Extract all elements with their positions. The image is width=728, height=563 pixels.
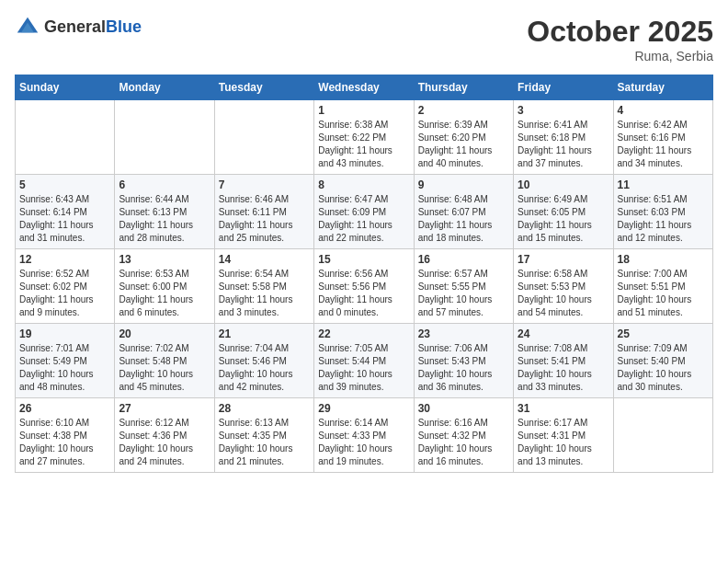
calendar-cell: 23Sunrise: 7:06 AM Sunset: 5:43 PM Dayli…	[414, 324, 513, 398]
day-number: 26	[19, 402, 110, 415]
day-info: Sunrise: 6:48 AM Sunset: 6:07 PM Dayligh…	[418, 193, 509, 245]
calendar-cell: 6Sunrise: 6:44 AM Sunset: 6:13 PM Daylig…	[115, 175, 214, 249]
day-number: 16	[418, 253, 509, 266]
calendar-cell: 29Sunrise: 6:14 AM Sunset: 4:33 PM Dayli…	[314, 398, 414, 473]
day-number: 14	[219, 253, 310, 266]
calendar-cell: 22Sunrise: 7:05 AM Sunset: 5:44 PM Dayli…	[314, 324, 414, 398]
calendar-cell: 20Sunrise: 7:02 AM Sunset: 5:48 PM Dayli…	[115, 324, 214, 398]
calendar-cell	[115, 100, 214, 175]
day-info: Sunrise: 7:08 AM Sunset: 5:41 PM Dayligh…	[518, 342, 609, 394]
day-info: Sunrise: 6:39 AM Sunset: 6:20 PM Dayligh…	[418, 119, 509, 170]
calendar-cell: 18Sunrise: 7:00 AM Sunset: 5:51 PM Dayli…	[613, 249, 712, 324]
calendar-cell: 11Sunrise: 6:51 AM Sunset: 6:03 PM Dayli…	[613, 175, 712, 249]
day-info: Sunrise: 6:58 AM Sunset: 5:53 PM Dayligh…	[518, 268, 609, 319]
calendar-week-5: 26Sunrise: 6:10 AM Sunset: 4:38 PM Dayli…	[16, 398, 713, 473]
title-area: October 2025 Ruma, Serbia	[527, 15, 713, 63]
day-info: Sunrise: 7:00 AM Sunset: 5:51 PM Dayligh…	[618, 268, 709, 319]
day-number: 1	[318, 104, 409, 117]
day-info: Sunrise: 7:01 AM Sunset: 5:49 PM Dayligh…	[19, 342, 110, 394]
day-number: 7	[219, 178, 310, 191]
calendar-cell: 7Sunrise: 6:46 AM Sunset: 6:11 PM Daylig…	[214, 175, 313, 249]
day-number: 27	[119, 402, 210, 415]
day-number: 31	[518, 402, 609, 415]
day-info: Sunrise: 6:14 AM Sunset: 4:33 PM Dayligh…	[318, 417, 409, 468]
calendar-cell: 2Sunrise: 6:39 AM Sunset: 6:20 PM Daylig…	[414, 100, 513, 175]
calendar-cell: 13Sunrise: 6:53 AM Sunset: 6:00 PM Dayli…	[115, 249, 214, 324]
day-number: 3	[518, 104, 609, 117]
day-number: 19	[19, 327, 110, 340]
day-info: Sunrise: 6:13 AM Sunset: 4:35 PM Dayligh…	[219, 417, 310, 468]
month-title: October 2025	[527, 15, 713, 49]
day-number: 11	[618, 178, 709, 191]
day-info: Sunrise: 6:52 AM Sunset: 6:02 PM Dayligh…	[19, 268, 110, 319]
calendar-cell: 4Sunrise: 6:42 AM Sunset: 6:16 PM Daylig…	[613, 100, 712, 175]
calendar-week-2: 5Sunrise: 6:43 AM Sunset: 6:14 PM Daylig…	[16, 175, 713, 249]
day-info: Sunrise: 6:56 AM Sunset: 5:56 PM Dayligh…	[318, 268, 409, 319]
calendar-cell: 27Sunrise: 6:12 AM Sunset: 4:36 PM Dayli…	[115, 398, 214, 473]
calendar-cell: 14Sunrise: 6:54 AM Sunset: 5:58 PM Dayli…	[214, 249, 313, 324]
calendar-cell: 19Sunrise: 7:01 AM Sunset: 5:49 PM Dayli…	[16, 324, 115, 398]
day-number: 2	[418, 104, 509, 117]
weekday-header-sunday: Sunday	[16, 75, 115, 100]
day-info: Sunrise: 6:16 AM Sunset: 4:32 PM Dayligh…	[418, 417, 509, 468]
day-number: 6	[119, 178, 210, 191]
calendar-cell: 17Sunrise: 6:58 AM Sunset: 5:53 PM Dayli…	[514, 249, 613, 324]
logo-icon	[15, 15, 40, 40]
calendar-table: SundayMondayTuesdayWednesdayThursdayFrid…	[15, 75, 713, 473]
calendar-cell	[214, 100, 313, 175]
day-number: 10	[518, 178, 609, 191]
day-info: Sunrise: 6:42 AM Sunset: 6:16 PM Dayligh…	[618, 119, 709, 170]
calendar-cell: 31Sunrise: 6:17 AM Sunset: 4:31 PM Dayli…	[514, 398, 613, 473]
calendar-cell: 25Sunrise: 7:09 AM Sunset: 5:40 PM Dayli…	[613, 324, 712, 398]
day-info: Sunrise: 6:17 AM Sunset: 4:31 PM Dayligh…	[518, 417, 609, 468]
calendar-cell: 28Sunrise: 6:13 AM Sunset: 4:35 PM Dayli…	[214, 398, 313, 473]
calendar-cell: 24Sunrise: 7:08 AM Sunset: 5:41 PM Dayli…	[514, 324, 613, 398]
day-number: 17	[518, 253, 609, 266]
day-number: 13	[119, 253, 210, 266]
day-info: Sunrise: 6:44 AM Sunset: 6:13 PM Dayligh…	[119, 193, 210, 245]
day-number: 8	[318, 178, 409, 191]
calendar-cell: 10Sunrise: 6:49 AM Sunset: 6:05 PM Dayli…	[514, 175, 613, 249]
day-info: Sunrise: 6:47 AM Sunset: 6:09 PM Dayligh…	[318, 193, 409, 245]
day-number: 12	[19, 253, 110, 266]
day-info: Sunrise: 6:46 AM Sunset: 6:11 PM Dayligh…	[219, 193, 310, 245]
day-number: 5	[19, 178, 110, 191]
logo-text-blue: Blue	[106, 17, 142, 36]
calendar-cell: 8Sunrise: 6:47 AM Sunset: 6:09 PM Daylig…	[314, 175, 414, 249]
calendar-cell: 16Sunrise: 6:57 AM Sunset: 5:55 PM Dayli…	[414, 249, 513, 324]
day-info: Sunrise: 6:53 AM Sunset: 6:00 PM Dayligh…	[119, 268, 210, 319]
page-header: GeneralBlue October 2025 Ruma, Serbia	[15, 15, 713, 63]
calendar-cell: 9Sunrise: 6:48 AM Sunset: 6:07 PM Daylig…	[414, 175, 513, 249]
calendar-cell: 12Sunrise: 6:52 AM Sunset: 6:02 PM Dayli…	[16, 249, 115, 324]
day-info: Sunrise: 6:57 AM Sunset: 5:55 PM Dayligh…	[418, 268, 509, 319]
day-number: 22	[318, 327, 409, 340]
day-info: Sunrise: 6:38 AM Sunset: 6:22 PM Dayligh…	[318, 119, 409, 170]
weekday-header-monday: Monday	[115, 75, 214, 100]
calendar-cell: 26Sunrise: 6:10 AM Sunset: 4:38 PM Dayli…	[16, 398, 115, 473]
weekday-header-tuesday: Tuesday	[214, 75, 313, 100]
day-number: 4	[618, 104, 709, 117]
calendar-week-4: 19Sunrise: 7:01 AM Sunset: 5:49 PM Dayli…	[16, 324, 713, 398]
day-info: Sunrise: 7:05 AM Sunset: 5:44 PM Dayligh…	[318, 342, 409, 394]
calendar-cell: 30Sunrise: 6:16 AM Sunset: 4:32 PM Dayli…	[414, 398, 513, 473]
day-number: 29	[318, 402, 409, 415]
calendar-cell	[16, 100, 115, 175]
calendar-cell: 15Sunrise: 6:56 AM Sunset: 5:56 PM Dayli…	[314, 249, 414, 324]
calendar-cell: 5Sunrise: 6:43 AM Sunset: 6:14 PM Daylig…	[16, 175, 115, 249]
day-info: Sunrise: 6:49 AM Sunset: 6:05 PM Dayligh…	[518, 193, 609, 245]
day-number: 24	[518, 327, 609, 340]
day-number: 18	[618, 253, 709, 266]
day-info: Sunrise: 6:43 AM Sunset: 6:14 PM Dayligh…	[19, 193, 110, 245]
weekday-header-thursday: Thursday	[414, 75, 513, 100]
day-number: 30	[418, 402, 509, 415]
calendar-cell: 21Sunrise: 7:04 AM Sunset: 5:46 PM Dayli…	[214, 324, 313, 398]
day-info: Sunrise: 6:12 AM Sunset: 4:36 PM Dayligh…	[119, 417, 210, 468]
day-info: Sunrise: 7:09 AM Sunset: 5:40 PM Dayligh…	[618, 342, 709, 394]
calendar-week-1: 1Sunrise: 6:38 AM Sunset: 6:22 PM Daylig…	[16, 100, 713, 175]
weekday-header-row: SundayMondayTuesdayWednesdayThursdayFrid…	[16, 75, 713, 100]
location: Ruma, Serbia	[527, 49, 713, 63]
calendar-cell: 1Sunrise: 6:38 AM Sunset: 6:22 PM Daylig…	[314, 100, 414, 175]
calendar-cell	[613, 398, 712, 473]
calendar-cell: 3Sunrise: 6:41 AM Sunset: 6:18 PM Daylig…	[514, 100, 613, 175]
weekday-header-wednesday: Wednesday	[314, 75, 414, 100]
